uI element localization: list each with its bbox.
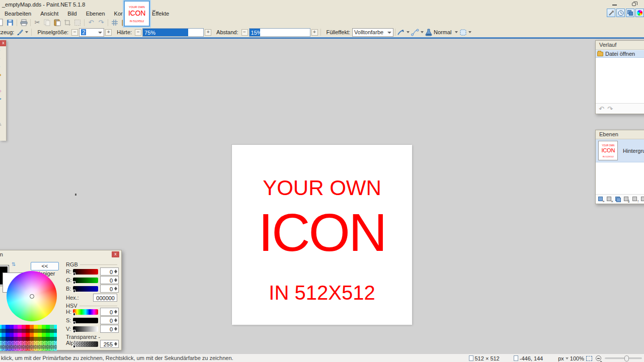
palette-swatch[interactable] <box>42 325 46 329</box>
palette-swatch[interactable] <box>22 349 26 351</box>
fill-style-combobox[interactable]: Volltonfarbe <box>352 28 393 37</box>
save-button[interactable] <box>6 19 14 27</box>
palette-swatch[interactable] <box>38 341 42 345</box>
zoom-tool-icon[interactable]: ○ <box>0 62 6 70</box>
menu-effekte[interactable]: Effekte <box>147 10 174 18</box>
palette-swatch[interactable] <box>2 325 6 329</box>
palette-swatch[interactable] <box>46 341 50 345</box>
palette-swatch[interactable] <box>18 337 22 341</box>
palette-swatch[interactable] <box>14 329 18 333</box>
toggle-tools-panel-button[interactable] <box>607 9 615 17</box>
zoom-slider[interactable] <box>605 357 642 359</box>
palette-swatch[interactable] <box>6 333 10 337</box>
palette-swatch[interactable] <box>30 329 34 333</box>
palette-swatch[interactable] <box>10 345 14 349</box>
zoom-to-window-icon[interactable] <box>586 356 592 361</box>
palette-swatch[interactable] <box>6 337 10 341</box>
color-wheel-selector[interactable] <box>30 294 34 299</box>
blend-mode-dropdown-chevron[interactable] <box>455 31 458 33</box>
palette-swatch[interactable] <box>26 325 30 329</box>
palette-swatch[interactable] <box>38 325 42 329</box>
toggle-history-panel-button[interactable] <box>616 9 625 17</box>
palette-swatch[interactable] <box>2 345 6 349</box>
hue-channel-spinner[interactable]: 0 <box>100 308 119 316</box>
undo-button[interactable]: ↶ <box>87 19 95 27</box>
palette-swatch[interactable] <box>2 329 6 333</box>
palette-swatch[interactable] <box>54 341 57 345</box>
palette-swatch[interactable] <box>10 337 14 341</box>
palette-swatch[interactable] <box>30 341 34 345</box>
palette-swatch[interactable] <box>50 341 54 345</box>
palette-swatch[interactable] <box>18 349 22 351</box>
copy-button[interactable] <box>43 19 51 27</box>
saturation-channel-spinner[interactable]: 0 <box>100 316 119 324</box>
palette-swatch[interactable] <box>42 329 46 333</box>
palette-swatch[interactable] <box>54 333 57 337</box>
palette-swatch[interactable] <box>6 329 10 333</box>
menu-ansicht[interactable]: Ansicht <box>36 10 63 18</box>
colors-dialog-close-button[interactable]: x <box>112 251 119 257</box>
palette-swatch[interactable] <box>14 341 18 345</box>
palette-swatch[interactable] <box>54 345 57 349</box>
hue-channel-slider[interactable] <box>73 309 98 315</box>
palette-swatch[interactable] <box>10 325 14 329</box>
palette-swatch[interactable] <box>6 325 10 329</box>
palette-swatch[interactable] <box>18 333 22 337</box>
alpha-slider[interactable] <box>73 341 98 347</box>
tool-dropdown-chevron[interactable] <box>25 31 28 33</box>
shape-tool-icon[interactable]: △ <box>0 119 6 127</box>
history-redo-icon[interactable]: ↷ <box>607 105 613 113</box>
cut-button[interactable]: ✂ <box>33 19 41 27</box>
palette-swatch[interactable] <box>34 333 38 337</box>
layer-row-hintergrund[interactable]: YOUR OWN ICON IN 512X512 Hintergrund <box>596 139 644 162</box>
menu-bild[interactable]: Bild <box>63 10 81 18</box>
palette-swatch[interactable] <box>2 333 6 337</box>
print-button[interactable] <box>20 19 28 27</box>
open-image-tab[interactable]: YOUR OWN ICON IN 512X512 <box>124 1 150 27</box>
palette-swatch[interactable] <box>26 333 30 337</box>
palette-swatch[interactable] <box>26 329 30 333</box>
palette-swatch[interactable] <box>42 337 46 341</box>
deselect-button[interactable] <box>73 19 82 27</box>
palette-swatch[interactable] <box>6 349 10 351</box>
palette-swatch[interactable] <box>46 337 50 341</box>
antialiasing-dropdown-chevron[interactable] <box>407 31 410 33</box>
palette-swatch[interactable] <box>14 337 18 341</box>
green-channel-slider[interactable] <box>73 278 98 283</box>
grid-toggle-button[interactable] <box>111 19 119 27</box>
palette-swatch[interactable] <box>22 341 26 345</box>
menu-ebenen[interactable]: Ebenen <box>82 10 110 18</box>
value-channel-slider[interactable] <box>73 326 98 332</box>
red-channel-slider[interactable] <box>73 269 98 275</box>
alpha-spinner[interactable]: 255 <box>100 340 119 348</box>
unit-chevron[interactable] <box>566 357 569 359</box>
palette-swatch[interactable] <box>30 325 34 329</box>
palette-swatch[interactable] <box>54 337 57 341</box>
less-options-button[interactable]: << Weniger <box>31 262 59 270</box>
hardness-slider[interactable]: 75% <box>142 28 204 37</box>
blue-channel-spinner[interactable]: 0 <box>100 285 119 293</box>
palette-swatch[interactable] <box>14 349 18 351</box>
swap-colors-icon[interactable]: ⇅ <box>12 261 16 267</box>
palette-swatch[interactable] <box>54 349 57 351</box>
green-channel-spinner[interactable]: 0 <box>100 276 119 284</box>
palette-swatch[interactable] <box>42 341 46 345</box>
colors-dialog-titlebar[interactable]: Farben x <box>0 250 121 258</box>
palette-swatch[interactable] <box>22 337 26 341</box>
palette-swatch[interactable] <box>10 349 14 351</box>
palette-swatch[interactable] <box>46 349 50 351</box>
tools-panel-close-button[interactable]: x <box>0 40 7 46</box>
spacing-decrease-button[interactable]: − <box>242 29 248 36</box>
add-layer-button[interactable]: + <box>598 196 604 203</box>
palette-swatch[interactable] <box>46 329 50 333</box>
zoom-slider-thumb[interactable] <box>624 355 629 361</box>
palette-swatch[interactable] <box>30 337 34 341</box>
restore-button[interactable] <box>631 1 637 7</box>
palette-swatch[interactable] <box>14 345 18 349</box>
palette-swatch[interactable] <box>30 333 34 337</box>
palette-swatch[interactable] <box>10 333 14 337</box>
palette-swatch[interactable] <box>34 345 38 349</box>
palette-swatch[interactable] <box>2 349 6 351</box>
brush-size-decrease-button[interactable]: − <box>71 29 78 36</box>
palette-swatch[interactable] <box>6 341 10 345</box>
